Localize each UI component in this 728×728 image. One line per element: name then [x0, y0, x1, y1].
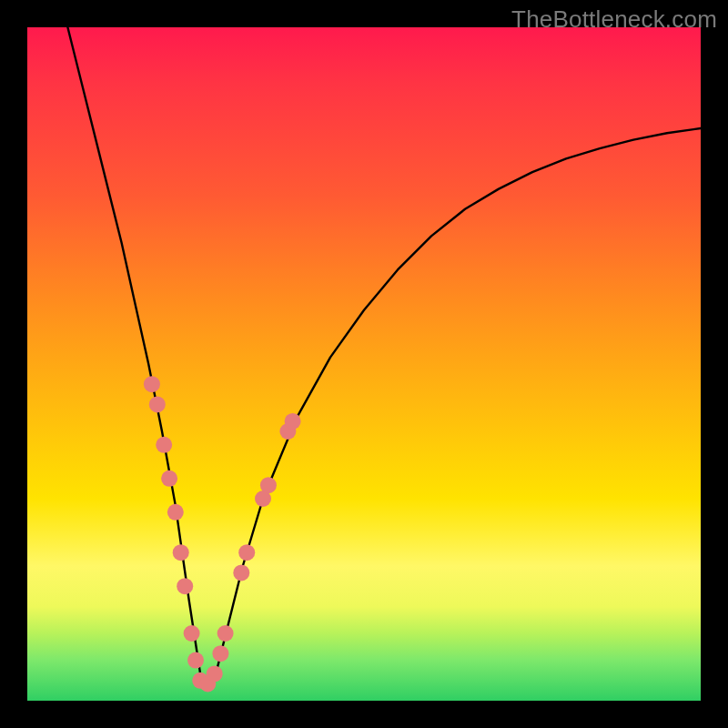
data-dot [260, 477, 277, 493]
data-dot [217, 625, 234, 642]
data-dot [177, 578, 193, 594]
data-dot [285, 413, 301, 430]
data-dot [207, 665, 223, 682]
data-dot [238, 544, 255, 561]
curve-svg [27, 27, 701, 701]
data-dot [173, 544, 189, 561]
data-dot [184, 625, 200, 642]
data-dot [161, 470, 177, 487]
chart-frame: TheBottleneck.com [0, 0, 728, 728]
data-dot [167, 504, 184, 521]
bottleneck-curve [67, 27, 701, 687]
data-dot [144, 376, 160, 392]
plot-area [27, 27, 701, 701]
data-dot [149, 396, 166, 412]
data-dot [212, 645, 228, 662]
data-dot [156, 437, 172, 453]
data-dot [233, 564, 249, 581]
data-dot [187, 652, 204, 669]
